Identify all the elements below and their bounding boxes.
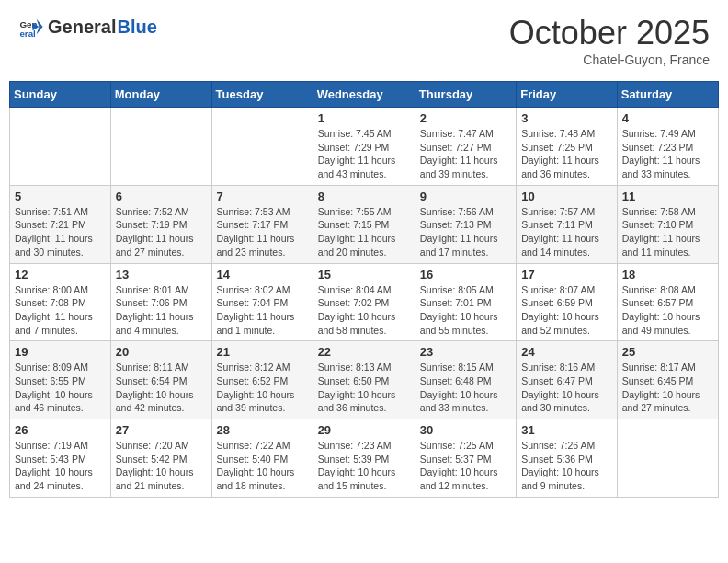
- day-info: Sunrise: 7:45 AM Sunset: 7:29 PM Dayligh…: [318, 127, 410, 181]
- day-info: Sunrise: 8:01 AM Sunset: 7:06 PM Dayligh…: [116, 283, 207, 338]
- day-info: Sunrise: 8:02 AM Sunset: 7:04 PM Dayligh…: [217, 283, 308, 338]
- day-info: Sunrise: 8:13 AM Sunset: 6:50 PM Dayligh…: [318, 361, 410, 415]
- week-row-4: 19Sunrise: 8:09 AM Sunset: 6:55 PM Dayli…: [10, 341, 719, 419]
- day-number: 18: [622, 268, 713, 282]
- calendar-cell: [110, 108, 211, 186]
- day-info: Sunrise: 7:49 AM Sunset: 7:23 PM Dayligh…: [622, 127, 713, 181]
- logo-general-text: General: [48, 17, 116, 38]
- day-number: 13: [116, 268, 207, 282]
- day-number: 1: [318, 111, 410, 125]
- day-number: 4: [622, 111, 713, 125]
- day-number: 30: [420, 423, 511, 437]
- calendar-cell: 8Sunrise: 7:55 AM Sunset: 7:15 PM Daylig…: [313, 185, 415, 263]
- calendar-cell: 30Sunrise: 7:25 AM Sunset: 5:37 PM Dayli…: [415, 419, 516, 498]
- calendar-cell: 3Sunrise: 7:48 AM Sunset: 7:25 PM Daylig…: [517, 108, 618, 186]
- day-info: Sunrise: 7:25 AM Sunset: 5:37 PM Dayligh…: [420, 439, 511, 493]
- header-thursday: Thursday: [415, 82, 516, 108]
- day-info: Sunrise: 7:48 AM Sunset: 7:25 PM Dayligh…: [521, 127, 612, 181]
- header-sunday: Sunday: [10, 82, 111, 108]
- day-number: 28: [217, 423, 308, 437]
- day-number: 26: [15, 423, 106, 437]
- day-number: 27: [116, 423, 207, 437]
- calendar-cell: 12Sunrise: 8:00 AM Sunset: 7:08 PM Dayli…: [10, 263, 111, 341]
- calendar-cell: [617, 419, 718, 498]
- week-row-1: 1Sunrise: 7:45 AM Sunset: 7:29 PM Daylig…: [10, 108, 719, 186]
- calendar-cell: 10Sunrise: 7:57 AM Sunset: 7:11 PM Dayli…: [517, 185, 618, 263]
- calendar-cell: 19Sunrise: 8:09 AM Sunset: 6:55 PM Dayli…: [10, 341, 111, 419]
- day-info: Sunrise: 7:51 AM Sunset: 7:21 PM Dayligh…: [15, 205, 106, 259]
- calendar-cell: 31Sunrise: 7:26 AM Sunset: 5:36 PM Dayli…: [517, 419, 618, 498]
- day-info: Sunrise: 7:19 AM Sunset: 5:43 PM Dayligh…: [15, 439, 106, 493]
- day-info: Sunrise: 8:11 AM Sunset: 6:54 PM Dayligh…: [116, 361, 207, 415]
- day-info: Sunrise: 7:52 AM Sunset: 7:19 PM Dayligh…: [116, 205, 207, 259]
- calendar-cell: 27Sunrise: 7:20 AM Sunset: 5:42 PM Dayli…: [110, 419, 211, 498]
- day-info: Sunrise: 7:23 AM Sunset: 5:39 PM Dayligh…: [318, 439, 410, 493]
- day-info: Sunrise: 8:12 AM Sunset: 6:52 PM Dayligh…: [217, 361, 308, 415]
- header-tuesday: Tuesday: [211, 82, 313, 108]
- calendar-cell: 29Sunrise: 7:23 AM Sunset: 5:39 PM Dayli…: [313, 419, 415, 498]
- day-info: Sunrise: 7:55 AM Sunset: 7:15 PM Dayligh…: [318, 205, 410, 259]
- calendar-cell: 24Sunrise: 8:16 AM Sunset: 6:47 PM Dayli…: [517, 341, 618, 419]
- calendar-cell: 9Sunrise: 7:56 AM Sunset: 7:13 PM Daylig…: [415, 185, 516, 263]
- calendar-cell: 1Sunrise: 7:45 AM Sunset: 7:29 PM Daylig…: [313, 108, 415, 186]
- day-info: Sunrise: 7:53 AM Sunset: 7:17 PM Dayligh…: [217, 205, 308, 259]
- week-row-5: 26Sunrise: 7:19 AM Sunset: 5:43 PM Dayli…: [10, 419, 719, 498]
- day-number: 5: [15, 190, 106, 203]
- day-number: 19: [15, 345, 106, 359]
- day-number: 15: [318, 268, 410, 282]
- day-info: Sunrise: 7:57 AM Sunset: 7:11 PM Dayligh…: [521, 205, 612, 259]
- day-number: 14: [217, 268, 308, 282]
- calendar-cell: [10, 108, 111, 186]
- header-wednesday: Wednesday: [313, 82, 415, 108]
- logo-blue-text: Blue: [117, 17, 156, 38]
- logo-icon: Gen eral: [18, 14, 44, 40]
- calendar-cell: 23Sunrise: 8:15 AM Sunset: 6:48 PM Dayli…: [415, 341, 516, 419]
- day-info: Sunrise: 7:26 AM Sunset: 5:36 PM Dayligh…: [521, 439, 612, 493]
- day-info: Sunrise: 8:09 AM Sunset: 6:55 PM Dayligh…: [15, 361, 106, 415]
- day-info: Sunrise: 8:15 AM Sunset: 6:48 PM Dayligh…: [420, 361, 511, 415]
- calendar-header-row: Sunday Monday Tuesday Wednesday Thursday…: [10, 82, 719, 108]
- header-monday: Monday: [110, 82, 211, 108]
- calendar-table: Sunday Monday Tuesday Wednesday Thursday…: [9, 81, 719, 498]
- day-info: Sunrise: 8:07 AM Sunset: 6:59 PM Dayligh…: [521, 283, 612, 338]
- calendar-cell: 25Sunrise: 8:17 AM Sunset: 6:45 PM Dayli…: [617, 341, 718, 419]
- day-info: Sunrise: 7:58 AM Sunset: 7:10 PM Dayligh…: [622, 205, 713, 259]
- calendar-cell: 18Sunrise: 8:08 AM Sunset: 6:57 PM Dayli…: [617, 263, 718, 341]
- week-row-2: 5Sunrise: 7:51 AM Sunset: 7:21 PM Daylig…: [10, 185, 719, 263]
- day-number: 16: [420, 268, 511, 282]
- day-number: 29: [318, 423, 410, 437]
- day-info: Sunrise: 7:56 AM Sunset: 7:13 PM Dayligh…: [420, 205, 511, 259]
- logo: Gen eral General Blue: [18, 14, 157, 40]
- day-number: 3: [521, 111, 612, 125]
- day-info: Sunrise: 7:20 AM Sunset: 5:42 PM Dayligh…: [116, 439, 207, 493]
- calendar-cell: 17Sunrise: 8:07 AM Sunset: 6:59 PM Dayli…: [517, 263, 618, 341]
- day-number: 23: [420, 345, 511, 359]
- month-title: October 2025: [509, 14, 710, 52]
- calendar-cell: 14Sunrise: 8:02 AM Sunset: 7:04 PM Dayli…: [211, 263, 313, 341]
- day-info: Sunrise: 8:08 AM Sunset: 6:57 PM Dayligh…: [622, 283, 713, 338]
- day-info: Sunrise: 8:05 AM Sunset: 7:01 PM Dayligh…: [420, 283, 511, 338]
- calendar-cell: 16Sunrise: 8:05 AM Sunset: 7:01 PM Dayli…: [415, 263, 516, 341]
- page-header: Gen eral General Blue October 2025 Chate…: [9, 9, 719, 72]
- day-number: 17: [521, 268, 612, 282]
- day-number: 20: [116, 345, 207, 359]
- day-number: 10: [521, 190, 612, 203]
- day-number: 25: [622, 345, 713, 359]
- day-number: 9: [420, 190, 511, 203]
- calendar-cell: 26Sunrise: 7:19 AM Sunset: 5:43 PM Dayli…: [10, 419, 111, 498]
- day-info: Sunrise: 8:17 AM Sunset: 6:45 PM Dayligh…: [622, 361, 713, 415]
- calendar-cell: 21Sunrise: 8:12 AM Sunset: 6:52 PM Dayli…: [211, 341, 313, 419]
- calendar-cell: 20Sunrise: 8:11 AM Sunset: 6:54 PM Dayli…: [110, 341, 211, 419]
- day-number: 11: [622, 190, 713, 203]
- calendar-cell: 6Sunrise: 7:52 AM Sunset: 7:19 PM Daylig…: [110, 185, 211, 263]
- header-saturday: Saturday: [617, 82, 718, 108]
- calendar-cell: [211, 108, 313, 186]
- calendar-cell: 2Sunrise: 7:47 AM Sunset: 7:27 PM Daylig…: [415, 108, 516, 186]
- calendar-cell: 15Sunrise: 8:04 AM Sunset: 7:02 PM Dayli…: [313, 263, 415, 341]
- calendar-cell: 7Sunrise: 7:53 AM Sunset: 7:17 PM Daylig…: [211, 185, 313, 263]
- svg-text:eral: eral: [19, 29, 36, 39]
- day-number: 2: [420, 111, 511, 125]
- day-number: 24: [521, 345, 612, 359]
- header-friday: Friday: [517, 82, 618, 108]
- day-info: Sunrise: 8:16 AM Sunset: 6:47 PM Dayligh…: [521, 361, 612, 415]
